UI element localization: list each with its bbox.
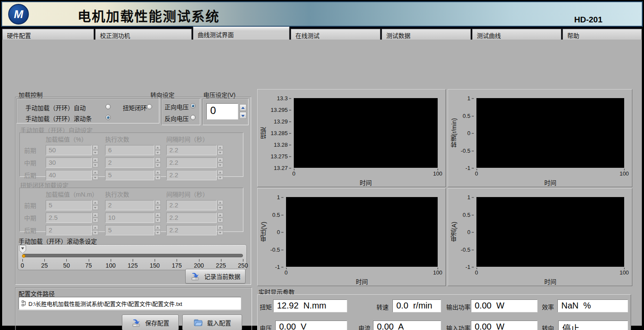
- torque-loop-input[interactable]: 2.2: [166, 225, 223, 235]
- increment-button[interactable]: [93, 170, 98, 175]
- manual-auto-input[interactable]: 2.2: [166, 157, 223, 168]
- decrement-button[interactable]: [155, 218, 161, 222]
- increment-button[interactable]: [155, 145, 161, 150]
- decrement-button[interactable]: [155, 230, 161, 235]
- decrement-button[interactable]: [155, 205, 161, 210]
- decrement-button[interactable]: [155, 163, 161, 167]
- manual-auto-value[interactable]: 5: [105, 170, 154, 180]
- tab-curve-test[interactable]: 曲线测试界面: [193, 27, 289, 40]
- torque-loop-value[interactable]: 5: [105, 225, 154, 235]
- manual-auto-input[interactable]: 6: [105, 145, 161, 155]
- manual-auto-value[interactable]: 30: [46, 157, 92, 168]
- decrement-button[interactable]: [93, 163, 98, 167]
- increment-button[interactable]: [155, 157, 161, 162]
- increment-button[interactable]: [93, 157, 98, 162]
- torque-loop-header: 加载幅值（mN.m）执行次数间隔时间（秒）: [20, 188, 243, 198]
- decrement-button[interactable]: [93, 230, 98, 235]
- torque-loop-value[interactable]: 2: [46, 225, 92, 235]
- manual-auto-value[interactable]: 6: [105, 145, 154, 155]
- manual-auto-value[interactable]: 2.2: [166, 170, 217, 180]
- manual-auto-input[interactable]: 5: [105, 170, 161, 180]
- manual-auto-input[interactable]: 2.2: [166, 170, 223, 180]
- manual-auto-value[interactable]: 40: [46, 170, 92, 180]
- radio-manual-open-auto[interactable]: [106, 104, 111, 109]
- increment-button[interactable]: [155, 213, 161, 217]
- increment-button[interactable]: [218, 170, 223, 175]
- tab-help[interactable]: 帮助: [563, 29, 642, 40]
- tab-calibrate-dyno[interactable]: 校正测功机: [95, 29, 192, 40]
- slider-track[interactable]: [22, 254, 243, 257]
- decrement-button[interactable]: [218, 163, 223, 167]
- increment-button[interactable]: [218, 145, 223, 150]
- torque-loop-input[interactable]: 10: [105, 213, 161, 223]
- torque-loop-value[interactable]: 5: [46, 200, 92, 210]
- manual-auto-value[interactable]: 2.2: [166, 157, 217, 168]
- tab-test-curve[interactable]: 测试曲线: [472, 29, 561, 40]
- decrement-button[interactable]: [155, 175, 161, 180]
- torque-loop-input[interactable]: 2.2: [166, 213, 223, 223]
- slider-pointer-handle[interactable]: [19, 245, 26, 254]
- manual-auto-value[interactable]: 2.2: [166, 145, 217, 155]
- torque-loop-value[interactable]: 2.5: [46, 213, 92, 223]
- manual-auto-input[interactable]: 2.2: [166, 145, 223, 155]
- voltage-input[interactable]: 0: [206, 103, 238, 120]
- torque-loop-input[interactable]: 2.5: [46, 213, 98, 223]
- y-tick-text: 13.29: [274, 118, 288, 125]
- manual-auto-input[interactable]: 50: [46, 145, 98, 155]
- tab-test-data[interactable]: 测试数据: [382, 29, 471, 40]
- manual-auto-input[interactable]: 30: [46, 157, 98, 168]
- manual-auto-cell: 2: [105, 157, 166, 168]
- manual-auto-input[interactable]: 40: [46, 170, 98, 180]
- radio-torque-closed-loop[interactable]: [147, 104, 152, 109]
- decrement-button[interactable]: [218, 175, 223, 180]
- decrement-button[interactable]: [218, 218, 223, 222]
- increment-button[interactable]: [93, 200, 98, 205]
- torque-loop-input[interactable]: 2.2: [166, 200, 223, 210]
- increment-button[interactable]: [93, 213, 98, 217]
- record-current-data-button[interactable]: 记录当前数据: [185, 269, 246, 284]
- manual-auto-value[interactable]: 2: [105, 157, 154, 168]
- decrement-button[interactable]: [218, 230, 223, 235]
- decrement-button[interactable]: [155, 150, 161, 155]
- load-config-button[interactable]: 载入配置: [182, 315, 242, 330]
- decrement-button[interactable]: [93, 150, 98, 155]
- decrement-button[interactable]: [218, 205, 223, 210]
- manual-auto-input[interactable]: 2: [105, 157, 161, 168]
- torque-loop-input[interactable]: 5: [105, 225, 161, 235]
- increment-button[interactable]: [218, 225, 223, 230]
- increment-button[interactable]: [155, 225, 161, 230]
- radio-reverse-voltage[interactable]: [190, 115, 196, 120]
- slider-thumb[interactable]: [22, 254, 25, 258]
- increment-button[interactable]: [93, 145, 98, 150]
- voltage-decrement-button[interactable]: [240, 112, 246, 119]
- manual-auto-value[interactable]: 50: [46, 145, 92, 155]
- decrement-button[interactable]: [93, 175, 98, 180]
- increment-button[interactable]: [218, 213, 223, 217]
- torque-loop-value[interactable]: 2.2: [166, 200, 217, 210]
- rt-label-speed: 转速: [376, 302, 389, 311]
- torque-loop-input[interactable]: 2: [105, 200, 161, 210]
- torque-loop-value[interactable]: 10: [105, 213, 154, 223]
- torque-loop-value[interactable]: 2.2: [166, 225, 217, 235]
- increment-button[interactable]: [218, 157, 223, 162]
- decrement-button[interactable]: [218, 150, 223, 155]
- decrement-button[interactable]: [93, 218, 98, 222]
- increment-button[interactable]: [218, 200, 223, 205]
- load-slider[interactable]: 0255075100125150175200225250: [18, 244, 247, 270]
- rt-value-voltage: 0.00 V: [275, 321, 347, 330]
- voltage-increment-button[interactable]: [240, 104, 246, 111]
- decrement-button[interactable]: [93, 205, 98, 210]
- increment-button[interactable]: [155, 170, 161, 175]
- torque-loop-value[interactable]: 2.2: [166, 213, 217, 223]
- increment-button[interactable]: [155, 200, 161, 205]
- increment-button[interactable]: [93, 225, 98, 230]
- save-config-button[interactable]: 保存配置: [122, 315, 179, 330]
- torque-loop-input[interactable]: 2: [46, 225, 98, 235]
- tab-hardware-config[interactable]: 硬件配置: [2, 29, 94, 40]
- radio-manual-open-scrollbar[interactable]: [106, 115, 111, 120]
- config-path-input[interactable]: D:\长胜电机加载性能测试系统\配置文件\配置文件\配置文件.txt: [19, 297, 241, 310]
- torque-loop-input[interactable]: 5: [46, 200, 98, 210]
- radio-forward-voltage[interactable]: [190, 103, 196, 108]
- torque-loop-value[interactable]: 2: [105, 200, 154, 210]
- tab-online-test[interactable]: 在线测试: [291, 29, 380, 40]
